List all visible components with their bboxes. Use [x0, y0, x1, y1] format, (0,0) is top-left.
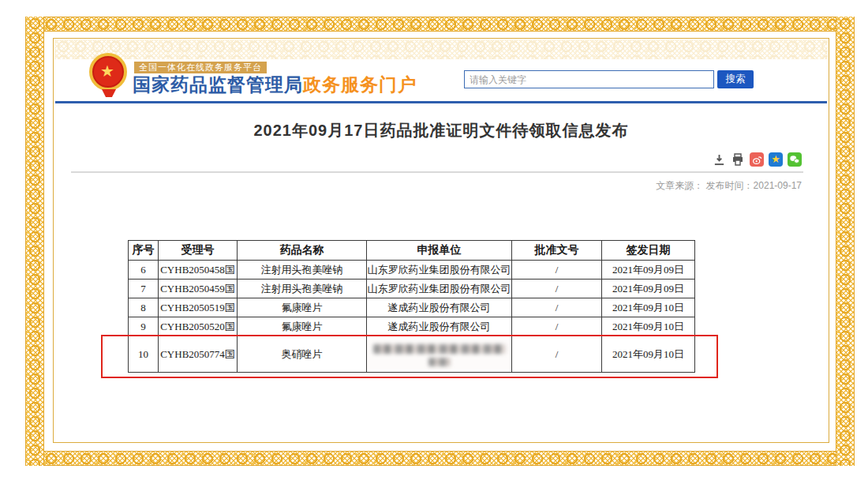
cell-issue-date: 2021年09月09日 [602, 280, 695, 298]
cell-acceptance-no: CYHB2050459国 [159, 280, 238, 298]
cell-approval-no: / [512, 336, 602, 373]
site-title-portal: 政务服务门户 [303, 74, 417, 95]
cell-applicant: 山东罗欣药业集团股份有限公司 [367, 280, 512, 298]
emblem-ribbon [102, 89, 116, 97]
table-row: 8 CYHB2050519国 氟康唑片 遂成药业股份有限公司 / 2021年09… [129, 298, 695, 317]
cell-acceptance-no: CYHB2050519国 [159, 298, 238, 317]
col-header-applicant: 申报单位 [367, 241, 512, 261]
col-header-approval-no: 批准文号 [512, 241, 602, 261]
cell-applicant: 遂成药业股份有限公司 [367, 317, 512, 336]
cell-approval-no: / [512, 298, 602, 317]
cell-seq: 10 [129, 336, 159, 373]
cell-acceptance-no: CYHB2050458国 [159, 261, 238, 280]
weibo-share-icon[interactable] [750, 152, 764, 167]
pending-documents-table: 序号 受理号 药品名称 申报单位 批准文号 签发日期 6 CYHB2050458… [128, 240, 695, 373]
table-row: 6 CYHB2050458国 注射用头孢美唑钠 山东罗欣药业集团股份有限公司 /… [129, 261, 695, 280]
certificate-border-right [836, 17, 855, 466]
site-title: 国家药品监督管理局政务服务门户 [133, 73, 417, 97]
certificate-watermark-strip [54, 39, 828, 59]
col-header-seq: 序号 [129, 241, 159, 261]
page: ★ 全国一体化在线政务服务平台 国家药品监督管理局政务服务门户 搜索 2021年… [0, 0, 868, 484]
cell-drug-name: 氟康唑片 [238, 317, 367, 336]
cell-acceptance-no: CYHB2050774国 [159, 336, 238, 373]
article-meta: 文章来源： 发布时间：2021-09-17 [656, 179, 802, 193]
cell-issue-date: 2021年09月09日 [602, 261, 695, 280]
cell-issue-date: 2021年09月10日 [602, 298, 695, 317]
source-label: 文章来源： [656, 180, 703, 191]
print-icon[interactable] [731, 152, 745, 167]
qzone-share-icon[interactable]: ★ [769, 152, 783, 167]
col-header-drug-name: 药品名称 [238, 241, 367, 261]
publish-label: 发布时间： [706, 180, 754, 191]
certificate-border-top [25, 17, 855, 32]
cell-issue-date: 2021年09月10日 [602, 336, 695, 373]
cell-approval-no: / [512, 317, 602, 336]
article-toolbar: ★ [712, 152, 802, 167]
cell-acceptance-no: CYHB2050520国 [159, 317, 238, 336]
table-row: 7 CYHB2050459国 注射用头孢美唑钠 山东罗欣药业集团股份有限公司 /… [129, 280, 695, 298]
cell-applicant: 山东罗欣药业集团股份有限公司 [367, 261, 512, 280]
cell-seq: 8 [129, 298, 159, 317]
cell-seq: 6 [129, 261, 159, 280]
table-row: 9 CYHB2050520国 氟康唑片 遂成药业股份有限公司 / 2021年09… [129, 317, 695, 336]
redacted-text-line [428, 358, 451, 366]
emblem-star-icon: ★ [88, 55, 126, 87]
site-title-agency: 国家药品监督管理局 [133, 74, 303, 95]
cell-approval-no: / [512, 280, 602, 298]
certificate-border-bottom [25, 451, 855, 466]
col-header-issue-date: 签发日期 [602, 241, 695, 261]
cell-approval-no: / [512, 261, 602, 280]
search-button[interactable]: 搜索 [717, 70, 754, 88]
platform-badge: 全国一体化在线政务服务平台 [134, 62, 267, 73]
cell-issue-date: 2021年09月10日 [602, 317, 695, 336]
page-title: 2021年09月17日药品批准证明文件待领取信息发布 [55, 120, 827, 141]
redacted-text-line [373, 344, 506, 354]
cell-drug-name: 氟康唑片 [238, 298, 367, 317]
cell-seq: 7 [129, 280, 159, 298]
cell-applicant: 遂成药业股份有限公司 [367, 298, 512, 317]
search-input[interactable] [464, 70, 714, 88]
publish-date: 2021-09-17 [754, 180, 802, 191]
certificate-border-left [25, 17, 44, 466]
header-divider [55, 101, 827, 103]
redacted-company-blur [367, 340, 511, 370]
cell-drug-name: 注射用头孢美唑钠 [238, 261, 367, 280]
table-row-highlighted: 10 CYHB2050774国 奥硝唑片 / 2021年09月10日 [129, 336, 695, 373]
national-emblem-logo: ★ [88, 53, 129, 97]
col-header-acceptance-no: 受理号 [159, 241, 238, 261]
cell-seq: 9 [129, 317, 159, 336]
table-header-row: 序号 受理号 药品名称 申报单位 批准文号 签发日期 [129, 241, 695, 261]
cell-drug-name: 注射用头孢美唑钠 [238, 280, 367, 298]
download-icon[interactable] [712, 152, 726, 167]
toolbar-divider [71, 171, 803, 173]
cell-applicant-redacted [367, 336, 512, 373]
wechat-share-icon[interactable] [788, 152, 802, 167]
cell-drug-name: 奥硝唑片 [238, 336, 367, 373]
